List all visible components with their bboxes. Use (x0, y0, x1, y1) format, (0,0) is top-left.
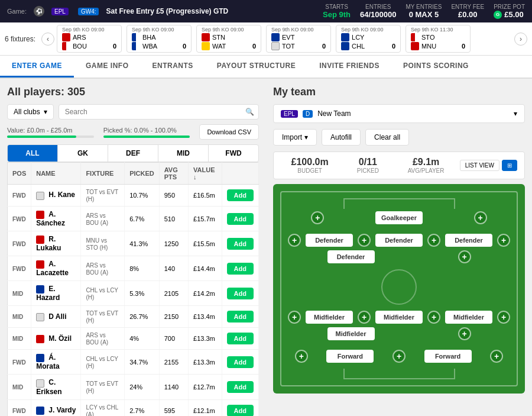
right-panel: My team EPL D New Team ▾ Import ▾ Autofi… (266, 79, 532, 416)
tab-enter-game[interactable]: ENTER GAME (0, 56, 74, 78)
club-filter[interactable]: All clubs ▾ (7, 104, 54, 120)
list-view-button[interactable]: LIST VIEW (460, 160, 499, 171)
my-entries-value: 0 MAX 5 (406, 10, 442, 19)
fixtures-next-button[interactable]: › (514, 33, 527, 46)
pitch-view-button[interactable]: ⊞ (502, 160, 517, 171)
import-button[interactable]: Import ▾ (273, 129, 317, 146)
player-value: £14.2m (189, 281, 222, 306)
add-player-button[interactable]: Add (227, 238, 254, 250)
plus-icon: + (462, 329, 466, 338)
plus-icon: + (292, 236, 297, 245)
add-mid-button[interactable]: + (358, 311, 371, 324)
player-fixture: ARS vs BOU (A) (81, 207, 125, 231)
pos-tab-all[interactable]: ALL (8, 145, 58, 162)
tab-game-info[interactable]: GAME INFO (74, 56, 141, 78)
add-player-button[interactable]: Add (227, 213, 254, 225)
add-mid-button[interactable]: + (497, 311, 510, 324)
add-player-button[interactable]: Add (227, 356, 254, 368)
mid-slot-1[interactable]: Midfielder (306, 311, 353, 324)
player-picked: 26.7% (125, 306, 160, 328)
pos-tab-def[interactable]: DEF (108, 145, 158, 162)
team-selector[interactable]: EPL D New Team ▾ (273, 104, 525, 123)
player-add-cell: Add (222, 231, 258, 256)
add-player-button[interactable]: Add (227, 263, 254, 275)
player-value: £13.3m (189, 350, 222, 375)
player-fixture: MNU vs STO (H) (81, 231, 125, 256)
add-gk-right-button[interactable]: + (474, 211, 487, 224)
add-player-button[interactable]: Add (227, 381, 254, 393)
player-picked: 2.7% (125, 399, 160, 416)
player-picked: 41.3% (125, 231, 160, 256)
fixtures-prev-button[interactable]: ‹ (41, 33, 54, 46)
player-pos: MID (8, 328, 31, 350)
fwd-slot-2[interactable]: Forward (424, 350, 472, 363)
add-gk-left-button[interactable]: + (311, 211, 324, 224)
add-player-button[interactable]: Add (227, 333, 254, 344)
nav-tabs: ENTER GAME GAME INFO ENTRANTS PAYOUT STR… (0, 56, 532, 79)
game-label: Game: (7, 8, 27, 15)
my-entries-stat: MY ENTRIES 0 MAX 5 (406, 4, 442, 19)
chevron-down-icon: ▾ (44, 108, 47, 116)
shirt-icon (341, 42, 349, 50)
entries-value: 64/100000 (360, 10, 396, 19)
add-mid-far-right-button[interactable]: + (458, 327, 471, 340)
player-avg-pts: 950 (159, 185, 188, 207)
add-fwd-right-button[interactable]: + (490, 350, 503, 363)
pos-tab-gk[interactable]: GK (58, 145, 108, 162)
add-mid-far-left-button[interactable]: + (288, 311, 301, 324)
def-slot-2[interactable]: Defender (375, 234, 423, 247)
gk-slot[interactable]: Goalkeeper (375, 211, 423, 224)
starts-stat: STARTS Sep 9th (323, 4, 351, 19)
add-player-button[interactable]: Add (227, 311, 254, 323)
player-name-cell: Á. Morata (31, 350, 81, 375)
plus-icon: + (478, 213, 483, 222)
add-def-button[interactable]: + (358, 234, 371, 247)
tab-entrants[interactable]: ENTRANTS (141, 56, 205, 78)
add-player-button[interactable]: Add (227, 405, 254, 416)
fixture-item: Sep 9th KO 11:30 STO MNU 0 (406, 25, 471, 53)
tab-points-scoring[interactable]: POINTS SCORING (391, 56, 481, 78)
add-def-button[interactable]: + (427, 234, 440, 247)
mid-slot-3[interactable]: Midfielder (445, 311, 492, 324)
def-slot-3[interactable]: Defender (445, 234, 492, 247)
mid-slot-2[interactable]: Midfielder (375, 311, 423, 324)
shirt-icon (341, 33, 349, 41)
mid-slot-4[interactable]: Midfielder (327, 327, 375, 340)
player-add-cell: Add (222, 375, 258, 399)
shirt-icon (411, 33, 419, 41)
search-input[interactable] (59, 104, 259, 120)
def-slot-4[interactable]: Defender (327, 250, 375, 263)
def-slot-1[interactable]: Defender (306, 234, 353, 247)
download-csv-button[interactable]: Download CSV (199, 124, 259, 140)
add-fwd-middle-button[interactable]: + (392, 350, 406, 363)
player-fixture: TOT vs EVT (H) (81, 375, 125, 399)
pos-tab-mid[interactable]: MID (158, 145, 209, 162)
add-player-button[interactable]: Add (227, 189, 254, 201)
tab-payout-structure[interactable]: PAYOUT STRUCTURE (205, 56, 307, 78)
player-value: £13.3m (189, 328, 222, 350)
clear-all-button[interactable]: Clear all (365, 129, 409, 146)
autofill-button[interactable]: Autofill (322, 129, 361, 146)
entry-fee-label: ENTRY FEE (451, 4, 484, 10)
tab-invite-friends[interactable]: INVITE FRIENDS (307, 56, 391, 78)
plus-icon: + (501, 236, 506, 245)
add-fwd-left-button[interactable]: + (295, 350, 308, 363)
fixture-item: Sep 9th KO 09:00 BHA WBA 0 (126, 25, 192, 53)
col-picked: PICKED (125, 163, 160, 185)
add-def-button[interactable]: + (497, 234, 510, 247)
col-value[interactable]: VALUE ↓ (189, 163, 222, 185)
player-fixture: CHL vs LCY (H) (81, 281, 125, 306)
table-row: MID C. Eriksen TOT vs EVT (H) 24% 1140 £… (8, 375, 259, 399)
add-def-far-left-button[interactable]: + (288, 234, 301, 247)
goal-box-bottom (343, 369, 455, 379)
plus-icon: + (432, 312, 436, 322)
add-mid-button[interactable]: + (427, 311, 440, 324)
player-fixture: TOT vs EVT (H) (81, 306, 125, 328)
sort-arrow-icon: ↓ (193, 173, 197, 180)
pos-tab-fwd[interactable]: FWD (209, 145, 258, 162)
sliders-row: Value: £0.0m - £25.0m Picked %: 0.0% - 1… (7, 124, 259, 140)
add-def-far-right-button[interactable]: + (458, 250, 471, 263)
player-avg-pts: 1140 (159, 375, 188, 399)
add-player-button[interactable]: Add (227, 288, 254, 299)
fwd-slot-1[interactable]: Forward (326, 350, 374, 363)
